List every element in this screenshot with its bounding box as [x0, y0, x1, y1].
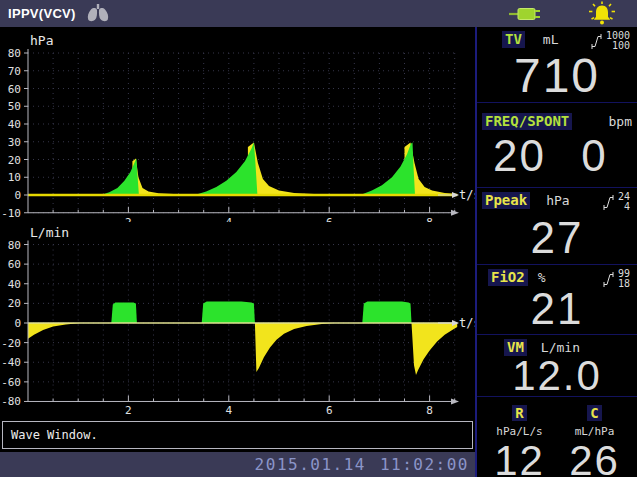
- lungs-icon: [85, 3, 111, 24]
- svg-text:-20: -20: [1, 337, 21, 350]
- param-col-compliance: C mL/hPa 26: [557, 403, 632, 477]
- alarm-limits: 1000 100: [590, 31, 632, 51]
- svg-text:L/min: L/min: [30, 225, 69, 240]
- ventilator-screen: IPPV(VCV) 80706050403020100-102468t/shPa: [0, 0, 637, 477]
- param-value-spont: 0: [557, 134, 632, 178]
- alarm-limit-low: 100: [606, 41, 630, 51]
- svg-text:4: 4: [225, 404, 232, 417]
- date-text: 2015.01.14: [255, 455, 366, 474]
- svg-text:20: 20: [8, 297, 21, 310]
- svg-text:hPa: hPa: [30, 33, 53, 48]
- status-bar: 2015.01.14 11:02:00: [0, 452, 475, 477]
- param-unit: bpm: [609, 113, 632, 130]
- param-value: 27: [482, 216, 632, 260]
- svg-text:0: 0: [14, 189, 21, 202]
- alarm-limit-step-icon: [602, 194, 615, 211]
- param-tile-fio2[interactable]: FiO2 % 99 18 21: [477, 265, 637, 335]
- param-unit: mL: [543, 31, 559, 48]
- param-tile-r-c[interactable]: R hPa/L/s 12 C mL/hPa 26: [477, 397, 637, 477]
- param-tile-ppeak[interactable]: Ppeak hPa 24 4 27: [477, 188, 637, 265]
- param-label: C: [587, 405, 601, 421]
- title-bar: IPPV(VCV): [0, 0, 637, 27]
- svg-text:80: 80: [8, 239, 21, 252]
- alarm-limit-step-icon: [602, 271, 615, 288]
- svg-text:-10: -10: [1, 207, 21, 220]
- svg-text:6: 6: [326, 404, 333, 417]
- svg-text:40: 40: [8, 278, 21, 291]
- alarm-limit-step-icon: [590, 33, 603, 50]
- alarm-bell-icon[interactable]: [587, 1, 617, 27]
- param-tile-vm[interactable]: VM L/min 12.0: [477, 335, 637, 397]
- svg-text:20: 20: [8, 154, 21, 167]
- message-text: Wave Window.: [11, 428, 98, 442]
- message-box: Wave Window.: [2, 421, 473, 449]
- alarm-limit-low: 18: [618, 279, 630, 289]
- param-value: 26: [557, 440, 632, 477]
- param-tile-tv[interactable]: TV mL 1000 100 710: [477, 27, 637, 103]
- svg-text:-80: -80: [1, 395, 21, 408]
- svg-text:10: 10: [8, 171, 21, 184]
- time-text: 11:02:00: [380, 455, 469, 474]
- alarm-limits: 24 4: [602, 192, 632, 212]
- pressure-waveform-chart: 80706050403020100-102468t/shPa: [0, 27, 475, 222]
- ac-power-icon: [509, 6, 545, 22]
- param-label: FiO2: [488, 269, 528, 286]
- svg-text:2: 2: [125, 404, 132, 417]
- alarm-limit-low: 4: [618, 202, 630, 212]
- param-label: FREQ/SPONT: [482, 113, 572, 130]
- parameter-panel: TV mL 1000 100 710 FRE: [477, 27, 637, 477]
- ventilation-mode-title: IPPV(VCV): [8, 6, 76, 21]
- param-value: 21: [482, 287, 632, 331]
- param-unit: hPa: [546, 192, 569, 209]
- svg-text:60: 60: [8, 258, 21, 271]
- alarm-limits: 99 18: [602, 269, 632, 289]
- svg-text:60: 60: [8, 83, 21, 96]
- svg-text:0: 0: [14, 317, 21, 330]
- param-value: 12.0: [482, 355, 632, 397]
- param-tile-freq-spont[interactable]: FREQ/SPONT bpm 20 0: [477, 103, 637, 188]
- param-label: TV: [502, 31, 525, 48]
- param-col-resistance: R hPa/L/s 12: [482, 403, 557, 477]
- svg-text:40: 40: [8, 118, 21, 131]
- param-value: 710: [482, 53, 632, 99]
- svg-text:t/s: t/s: [459, 316, 475, 330]
- param-value: 12: [482, 440, 557, 477]
- svg-text:30: 30: [8, 136, 21, 149]
- flow-waveform-chart: 806040200-20-40-60-802468t/sL/min: [0, 222, 475, 418]
- param-label: R: [512, 405, 526, 421]
- param-value-freq: 20: [482, 134, 557, 178]
- param-label: Ppeak: [482, 192, 530, 209]
- svg-text:80: 80: [8, 47, 21, 60]
- svg-text:70: 70: [8, 65, 21, 78]
- waveform-area: 80706050403020100-102468t/shPa 806040200…: [0, 27, 475, 477]
- svg-text:8: 8: [426, 404, 433, 417]
- svg-text:-60: -60: [1, 376, 21, 389]
- svg-text:50: 50: [8, 100, 21, 113]
- svg-text:-40: -40: [1, 356, 21, 369]
- svg-text:t/s: t/s: [459, 188, 475, 202]
